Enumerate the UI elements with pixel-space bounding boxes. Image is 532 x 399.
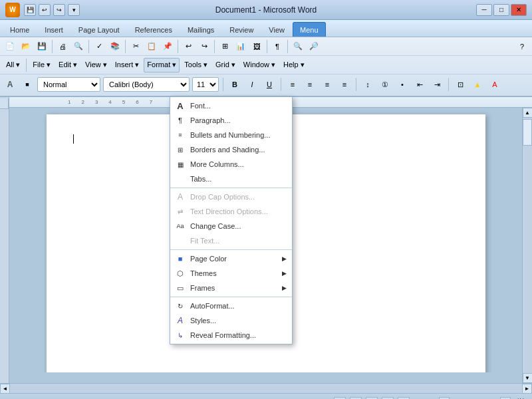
italic-btn[interactable]: I bbox=[245, 77, 259, 92]
menu-format[interactable]: Format ▾ bbox=[144, 58, 180, 72]
redo-btn[interactable]: ↪ bbox=[197, 39, 211, 54]
open-btn[interactable]: 📂 bbox=[19, 39, 33, 54]
dropcap-menu-icon: A bbox=[174, 192, 186, 201]
font-menu-label: Font... bbox=[190, 102, 211, 110]
insert-chart-btn[interactable]: 📊 bbox=[233, 39, 248, 54]
align-right-btn[interactable]: ≡ bbox=[320, 77, 334, 92]
menu-item-tabs[interactable]: Tabs... bbox=[170, 172, 292, 186]
save-quick-btn[interactable]: 💾 bbox=[24, 4, 36, 16]
menu-tools[interactable]: Tools ▾ bbox=[181, 58, 211, 72]
redo-quick-btn[interactable]: ↪ bbox=[53, 4, 65, 16]
scroll-left-btn[interactable]: ◄ bbox=[0, 384, 10, 394]
scroll-down-btn[interactable]: ▼ bbox=[523, 373, 533, 383]
print-preview-btn[interactable]: 🔍 bbox=[71, 39, 86, 54]
menu-item-columns[interactable]: ▦ More Columns... bbox=[170, 157, 292, 172]
menu-item-autoformat[interactable]: ↻ AutoFormat... bbox=[170, 299, 292, 313]
maximize-button[interactable]: □ bbox=[493, 4, 509, 16]
scroll-up-btn[interactable]: ▲ bbox=[523, 108, 533, 118]
zoom-out-btn[interactable]: 🔍 bbox=[291, 39, 305, 54]
menu-item-revealformat[interactable]: ↳ Reveal Formatting... bbox=[170, 328, 292, 342]
insert-table-btn[interactable]: ⊞ bbox=[217, 39, 232, 54]
help-btn[interactable]: ? bbox=[515, 39, 529, 54]
layout-btn1[interactable]: ■ bbox=[334, 397, 346, 400]
justify-btn[interactable]: ≡ bbox=[337, 77, 352, 92]
align-left-btn[interactable]: ≡ bbox=[285, 77, 300, 92]
copy-btn[interactable]: 📋 bbox=[144, 39, 159, 54]
menu-item-styles[interactable]: A Styles... bbox=[170, 313, 292, 328]
tab-page-layout[interactable]: Page Layout bbox=[71, 22, 127, 37]
zoom-in-btn[interactable]: 🔎 bbox=[307, 39, 321, 54]
tab-home[interactable]: Home bbox=[3, 22, 37, 37]
undo-quick-btn[interactable]: ↩ bbox=[39, 4, 51, 16]
research-btn[interactable]: 📚 bbox=[108, 39, 122, 54]
outside-border-btn[interactable]: ⊡ bbox=[453, 77, 467, 92]
tab-mailings[interactable]: Mailings bbox=[180, 22, 221, 37]
menu-insert[interactable]: Insert ▾ bbox=[112, 58, 143, 72]
zoom-out-status-btn[interactable]: − bbox=[439, 397, 450, 400]
paste-btn[interactable]: 📌 bbox=[160, 39, 175, 54]
menu-window[interactable]: Window ▾ bbox=[240, 58, 279, 72]
layout-btn5[interactable]: ⊞ bbox=[398, 397, 410, 400]
tab-references[interactable]: References bbox=[128, 22, 180, 37]
tab-insert[interactable]: Insert bbox=[37, 22, 70, 37]
menu-all[interactable]: All ▾ bbox=[3, 58, 23, 72]
tab-review[interactable]: Review bbox=[222, 22, 261, 37]
font-selector[interactable]: Calibri (Body) bbox=[103, 77, 190, 92]
font-size-selector[interactable]: 11 bbox=[192, 77, 219, 92]
show-hide-btn[interactable]: ¶ bbox=[270, 39, 285, 54]
autoformat-menu-icon: ↻ bbox=[174, 303, 186, 310]
layout-btn2[interactable]: ▦ bbox=[350, 397, 362, 400]
menu-item-borders[interactable]: ⊞ Borders and Shading... bbox=[170, 142, 292, 157]
font-color-btn[interactable]: A bbox=[487, 77, 502, 92]
layout-btn4[interactable]: ▣ bbox=[382, 397, 394, 400]
numbering-btn[interactable]: ① bbox=[378, 77, 392, 92]
increase-indent-btn[interactable]: ⇥ bbox=[430, 77, 444, 92]
menu-item-pagecolor[interactable]: ■ Page Color ▶ bbox=[170, 251, 292, 266]
zoom-in-status-btn[interactable]: + bbox=[500, 397, 511, 400]
window-controls: ─ □ ✕ bbox=[476, 4, 527, 16]
menu-file[interactable]: File ▾ bbox=[29, 58, 54, 72]
menu-item-changecase[interactable]: Aa Change Case... bbox=[170, 219, 292, 233]
menu-view[interactable]: View ▾ bbox=[82, 58, 110, 72]
undo-btn[interactable]: ↩ bbox=[181, 39, 196, 54]
title-bar-left: W 💾 ↩ ↪ ▾ bbox=[5, 3, 80, 17]
menu-item-textdir: ⇄ Text Direction Options... bbox=[170, 204, 292, 219]
menu-edit[interactable]: Edit ▾ bbox=[55, 58, 80, 72]
align-center-btn[interactable]: ≡ bbox=[303, 77, 317, 92]
tab-menu[interactable]: Menu bbox=[293, 22, 326, 37]
font-color-a-btn[interactable]: A bbox=[3, 77, 17, 92]
underline-btn[interactable]: U bbox=[262, 77, 277, 92]
scroll-track[interactable] bbox=[523, 118, 532, 373]
menu-item-bullets[interactable]: ≡ Bullets and Numbering... bbox=[170, 128, 292, 142]
minimize-button[interactable]: ─ bbox=[476, 4, 492, 16]
menu-item-font[interactable]: A Font... bbox=[170, 98, 292, 113]
style-selector[interactable]: Normal bbox=[37, 77, 100, 92]
sep-m1 bbox=[26, 59, 27, 72]
save-btn[interactable]: 💾 bbox=[35, 39, 49, 54]
menu-item-frames[interactable]: ▭ Frames ▶ bbox=[170, 281, 292, 295]
decrease-indent-btn[interactable]: ⇤ bbox=[412, 77, 427, 92]
insert-picture-btn[interactable]: 🖼 bbox=[249, 39, 264, 54]
customize-quick-btn[interactable]: ▾ bbox=[68, 4, 80, 16]
font-size-small-btn[interactable]: ■ bbox=[20, 77, 35, 92]
vertical-scrollbar[interactable]: ▲ ■ ● ● ▼ bbox=[522, 108, 532, 383]
horizontal-scrollbar[interactable]: ◄ ► bbox=[0, 383, 532, 393]
new-doc-btn[interactable]: 📄 bbox=[3, 39, 17, 54]
print-btn[interactable]: 🖨 bbox=[55, 39, 70, 54]
close-button[interactable]: ✕ bbox=[511, 4, 527, 16]
menu-item-paragraph[interactable]: ¶ Paragraph... bbox=[170, 113, 292, 128]
bullets-btn[interactable]: • bbox=[395, 77, 410, 92]
formatting-toolbar: A ■ Normal Calibri (Body) 11 B I U ≡ ≡ ≡… bbox=[0, 74, 532, 94]
menu-help[interactable]: Help ▾ bbox=[280, 58, 308, 72]
spell-btn[interactable]: ✓ bbox=[92, 39, 106, 54]
bold-btn[interactable]: B bbox=[227, 77, 242, 92]
hscroll-track[interactable] bbox=[10, 384, 522, 393]
layout-btn3[interactable]: ⊡ bbox=[366, 397, 378, 400]
menu-item-themes[interactable]: ⬡ Themes ▶ bbox=[170, 266, 292, 281]
line-spacing-btn[interactable]: ↕ bbox=[360, 77, 375, 92]
menu-grid[interactable]: Grid ▾ bbox=[212, 58, 239, 72]
highlight-btn[interactable]: ▲ bbox=[470, 77, 485, 92]
tab-view[interactable]: View bbox=[261, 22, 292, 37]
scroll-right-btn[interactable]: ► bbox=[522, 384, 532, 394]
cut-btn[interactable]: ✂ bbox=[128, 39, 143, 54]
